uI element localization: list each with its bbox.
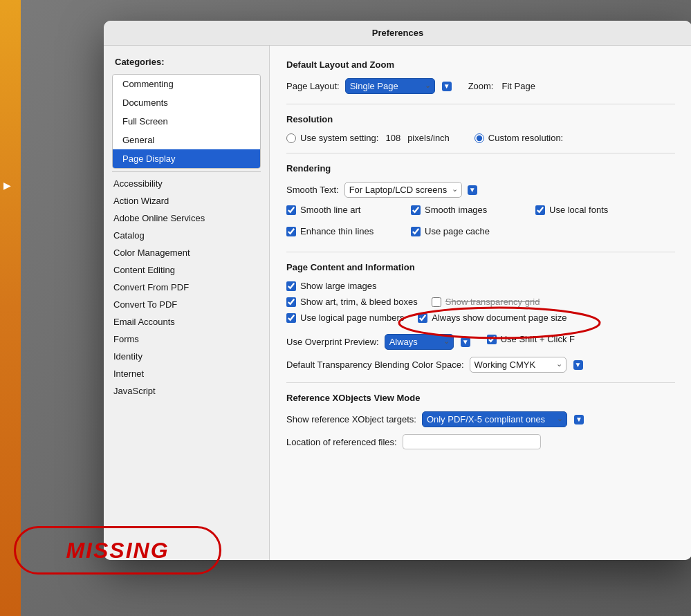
use-shift-click-text: Use Shift + Click F (501, 334, 575, 344)
always-show-doc-size-text: Always show document page size (432, 312, 566, 323)
sidebar-item-general[interactable]: General (113, 131, 260, 149)
sidebar-item-accessibility[interactable]: Accessibility (104, 175, 269, 192)
page-layout-select[interactable]: Single Page Two-Up Continuous (345, 78, 435, 94)
show-large-images-checkbox[interactable] (286, 281, 296, 291)
sidebar-item-action-wizard[interactable]: Action Wizard (104, 192, 269, 209)
smooth-text-select[interactable]: For Laptop/LCD screens None For Monitor (344, 182, 462, 198)
show-art-trim-checkbox[interactable] (286, 297, 296, 307)
location-row: Location of referenced files: (286, 434, 675, 449)
sidebar-item-javascript[interactable]: JavaScript (104, 382, 269, 400)
smooth-line-art-label[interactable]: Smooth line art (286, 205, 411, 215)
custom-label: Custom resolution: (488, 133, 563, 143)
categories-panel: Categories: Commenting Documents Full Sc… (104, 46, 270, 560)
sidebar-item-forms[interactable]: Forms (104, 330, 269, 348)
use-page-cache-text: Use page cache (425, 226, 490, 236)
resolution-row: Use system setting: 108 pixels/inch Cust… (286, 133, 675, 143)
zoom-value: Fit Page (501, 81, 535, 91)
sidebar-arrow: ▶ (3, 180, 11, 191)
smooth-images-label[interactable]: Smooth images (411, 205, 535, 215)
show-targets-select[interactable]: Only PDF/X-5 compliant ones All None (422, 411, 567, 427)
show-transparency-label[interactable]: Show transparency grid (432, 297, 540, 307)
use-shift-click-checkbox[interactable] (487, 335, 497, 344)
enhance-thin-lines-label[interactable]: Enhance thin lines (286, 226, 411, 236)
category-list-top: Commenting Documents Full Screen General… (112, 74, 261, 169)
show-large-images-text: Show large images (300, 281, 377, 291)
page-content-row-3: Use logical page numbers Always show doc… (286, 312, 675, 328)
sidebar-strip: ▶ (0, 0, 21, 616)
overprint-dropdown-icon: ▼ (461, 337, 470, 347)
system-value: 108 (385, 133, 400, 143)
show-transparency-text: Show transparency grid (445, 297, 540, 307)
sidebar-item-internet[interactable]: Internet (104, 365, 269, 382)
sidebar-item-convert-to-pdf[interactable]: Convert To PDF (104, 296, 269, 313)
always-show-doc-size-label[interactable]: Always show document page size (418, 312, 566, 323)
show-targets-row: Show reference XObject targets: Only PDF… (286, 411, 675, 427)
use-system-radio-label[interactable]: Use system setting: (286, 133, 378, 143)
sidebar-item-catalog[interactable]: Catalog (104, 227, 269, 244)
smooth-images-text: Smooth images (425, 205, 487, 215)
sidebar-item-email-accounts[interactable]: Email Accounts (104, 313, 269, 330)
show-transparency-checkbox[interactable] (432, 297, 441, 307)
smooth-text-row: Smooth Text: For Laptop/LCD screens None… (286, 182, 675, 198)
always-show-doc-size-checkbox[interactable] (418, 313, 427, 323)
show-art-trim-label[interactable]: Show art, trim, & bleed boxes (286, 297, 418, 307)
ref-xobjects-section: Reference XObjects View Mode Show refere… (286, 393, 675, 449)
resolution-title: Resolution (286, 114, 675, 124)
pixels-label: pixels/inch (407, 133, 450, 143)
custom-resolution-radio[interactable] (475, 133, 484, 143)
transparency-blending-select[interactable]: Working CMYK Working RGB (470, 357, 566, 373)
sidebar-item-content-editing[interactable]: Content Editing (104, 261, 269, 279)
divider-3 (286, 252, 675, 252)
show-art-trim-text: Show art, trim, & bleed boxes (300, 297, 418, 307)
sidebar-item-page-display[interactable]: Page Display (113, 149, 260, 168)
smooth-text-label: Smooth Text: (286, 185, 339, 195)
transparency-blending-label: Default Transparency Blending Color Spac… (286, 360, 464, 370)
use-page-cache-checkbox[interactable] (411, 227, 421, 236)
use-local-fonts-checkbox[interactable] (535, 205, 545, 215)
enhance-thin-lines-text: Enhance thin lines (300, 226, 374, 236)
divider-4 (286, 382, 675, 383)
sidebar-item-documents[interactable]: Documents (113, 93, 260, 112)
show-large-images-label[interactable]: Show large images (286, 281, 675, 291)
rendering-title: Rendering (286, 163, 675, 174)
page-layout-row: Page Layout: Single Page Two-Up Continuo… (286, 78, 675, 94)
overprint-select[interactable]: Always Never (385, 334, 454, 350)
layout-zoom-section: Default Layout and Zoom Page Layout: Sin… (286, 59, 675, 94)
smooth-line-art-checkbox[interactable] (286, 205, 296, 215)
smooth-images-checkbox[interactable] (411, 205, 421, 215)
rendering-section: Rendering Smooth Text: For Laptop/LCD sc… (286, 163, 675, 242)
custom-resolution-radio-label[interactable]: Custom resolution: (475, 133, 563, 143)
divider-1 (286, 104, 675, 104)
sidebar-item-commenting[interactable]: Commenting (113, 75, 260, 93)
smooth-text-dropdown-icon: ▼ (468, 185, 477, 195)
sidebar-item-fullscreen[interactable]: Full Screen (113, 112, 260, 131)
transparency-blending-select-wrapper: Working CMYK Working RGB (470, 357, 566, 373)
window-content: Categories: Commenting Documents Full Sc… (104, 46, 691, 560)
transparency-dropdown-icon: ▼ (573, 360, 583, 370)
sidebar-item-color-management[interactable]: Color Management (104, 244, 269, 261)
category-divider (112, 171, 261, 172)
sidebar-item-adobe-online[interactable]: Adobe Online Services (104, 209, 269, 227)
location-input[interactable] (403, 434, 541, 449)
overprint-row: Use Overprint Preview: Always Never ▼ Us… (286, 334, 675, 350)
use-logical-page-checkbox[interactable] (286, 313, 296, 323)
render-col-2: Smooth images Use page cache (411, 205, 535, 242)
preferences-window: Preferences Categories: Commenting Docum… (104, 21, 691, 560)
use-logical-page-label[interactable]: Use logical page numbers (286, 312, 404, 323)
location-label: Location of referenced files: (286, 437, 397, 447)
sidebar-item-identity[interactable]: Identity (104, 348, 269, 365)
use-local-fonts-label[interactable]: Use local fonts (535, 205, 608, 215)
show-targets-label: Show reference XObject targets: (286, 414, 416, 424)
rendering-checkboxes: Smooth line art Enhance thin lines Smoot… (286, 205, 675, 242)
use-system-radio[interactable] (286, 133, 296, 143)
use-system-label: Use system setting: (300, 133, 378, 143)
enhance-thin-lines-checkbox[interactable] (286, 227, 296, 236)
missing-badge: MISSING (14, 526, 221, 575)
use-page-cache-label[interactable]: Use page cache (411, 226, 535, 236)
use-shift-click-label[interactable]: Use Shift + Click F (487, 334, 575, 344)
use-logical-page-text: Use logical page numbers (300, 312, 404, 323)
resolution-section: Resolution Use system setting: 108 pixel… (286, 114, 675, 143)
window-titlebar: Preferences (104, 21, 691, 46)
overprint-select-wrapper: Always Never (385, 334, 454, 350)
sidebar-item-convert-from-pdf[interactable]: Convert From PDF (104, 279, 269, 296)
